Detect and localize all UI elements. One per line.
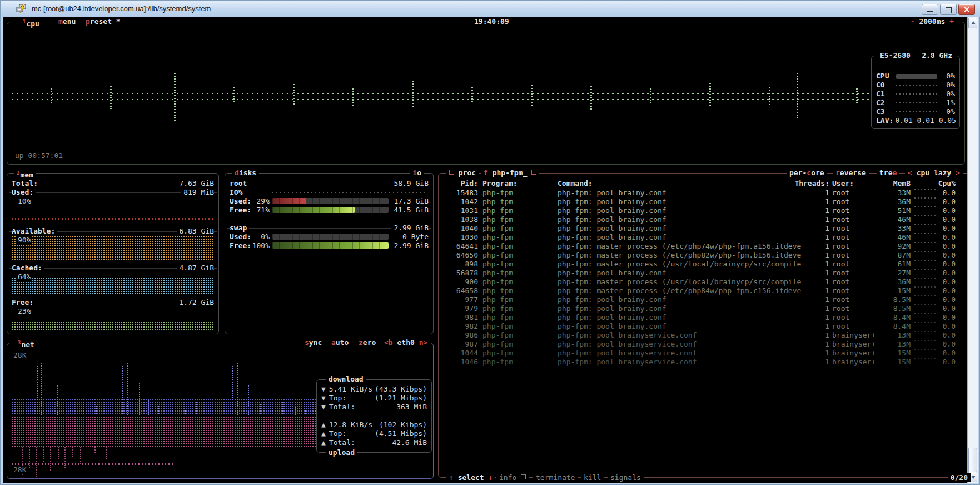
download-graph-spike: [138, 382, 141, 415]
sort-selector: < cpu lazy >: [905, 169, 963, 177]
terminate-button[interactable]: terminate: [533, 473, 578, 482]
disk-used-meter: [272, 234, 389, 240]
cpu-graph-spike: [110, 86, 112, 109]
scroll-up-key: ↑: [449, 473, 454, 482]
mem-cached-graph: [12, 277, 214, 295]
download-graph-spike: [282, 401, 284, 415]
process-row[interactable]: 15483php-fpmphp-fpm: pool brainy.conf1ro…: [439, 189, 976, 197]
process-row[interactable]: 982php-fpmphp-fpm: pool brainy.conf1root…: [439, 322, 976, 331]
interface-prev-button[interactable]: <b: [384, 338, 393, 347]
signals-button[interactable]: signals: [608, 473, 644, 482]
net-box-number: 3: [18, 340, 21, 345]
download-title: download: [326, 375, 366, 384]
arrow-up-icon: [971, 21, 976, 24]
interval-decrease-button[interactable]: -: [911, 17, 915, 26]
window-title: mc [root@ub24.itdeveloper.com.ua]:/lib/s…: [32, 4, 211, 13]
upload-graph-spike: [64, 447, 66, 468]
preset-button[interactable]: preset *: [83, 17, 123, 26]
process-row[interactable]: 64658php-fpmphp-fpm: master process (/et…: [439, 286, 976, 295]
process-row[interactable]: 1030php-fpmphp-fpm: pool brainy.conf1roo…: [439, 233, 976, 242]
interface-next-button[interactable]: n>: [419, 338, 428, 347]
maximize-button[interactable]: [940, 4, 957, 15]
cpu-graph-spike: [856, 88, 858, 103]
mem-used-graph: [12, 218, 214, 220]
cpu-graph-spike: [174, 73, 176, 123]
minimize-button[interactable]: [922, 4, 938, 15]
maximize-icon: [946, 7, 952, 13]
scroll-up-button[interactable]: [968, 18, 977, 28]
process-row[interactable]: 56878php-fpmphp-fpm: pool brainy.conf1ro…: [439, 269, 976, 278]
per-core-button[interactable]: per-core: [787, 169, 827, 177]
upload-arrow-icon: ▲: [321, 429, 326, 438]
download-graph-spike: [294, 407, 296, 415]
mem-cached-row: Cached:4.87 GiB: [7, 264, 218, 273]
process-row[interactable]: 986php-fpmphp-fpm: pool brainyservice.co…: [439, 331, 976, 340]
proc-filter-field[interactable]: f php-fpm_: [481, 169, 539, 177]
upload-graph-spike: [35, 447, 37, 477]
download-graph-spike: [147, 400, 150, 415]
cpu-graph-spike: [531, 85, 533, 106]
kill-button[interactable]: kill: [581, 473, 604, 482]
proc-box-title: proc: [446, 169, 479, 177]
proc-collapse-icon[interactable]: [449, 170, 454, 175]
filter-clear-icon[interactable]: [531, 170, 536, 175]
cpu-graph-spike: [352, 88, 354, 107]
disk-root-free-row: Free: 71% 41.5 GiB: [225, 206, 433, 215]
download-graph-spike: [260, 403, 262, 415]
disk-swap-row: swap2.99 GiB: [225, 224, 433, 232]
process-row[interactable]: 1044php-fpmphp-fpm: pool brainyservice.c…: [439, 349, 976, 358]
process-row[interactable]: 64641php-fpmphp-fpm: master process (/et…: [439, 242, 976, 251]
process-row[interactable]: 64650php-fpmphp-fpm: master process (/et…: [439, 251, 976, 260]
minimize-icon: [927, 11, 933, 12]
net-sync-button[interactable]: sync: [302, 338, 325, 347]
reverse-button[interactable]: reverse: [833, 169, 869, 177]
sort-next-button[interactable]: >: [956, 169, 960, 177]
cpu-model-label: E5-2680: [877, 51, 913, 60]
cpu-usage-graph: [12, 22, 960, 164]
net-scale-top: 28K: [12, 351, 28, 360]
download-speed-row: ▼5.41 KiB/s(43.3 Kibps): [321, 385, 427, 394]
core-row: C30%: [872, 107, 959, 116]
net-graph: [12, 343, 319, 475]
scrollbar[interactable]: [967, 17, 978, 483]
cpu-frequency-label: 2.8 GHz: [919, 51, 955, 60]
scrollbar-thumb[interactable]: [968, 448, 977, 472]
download-graph-spike: [232, 365, 234, 415]
interval-increase-button[interactable]: +: [949, 17, 954, 26]
mem-box: 2mem Total:7.63 GiB Used:819 MiB 10% Ava…: [7, 173, 219, 334]
upload-graph-spike: [43, 447, 45, 462]
mem-box-number: 2: [17, 170, 19, 176]
upload-arrow-icon: ▲: [321, 420, 326, 429]
window-titlebar[interactable]: mc [root@ub24.itdeveloper.com.ua]:/lib/s…: [1, 1, 980, 17]
net-auto-button[interactable]: auto: [329, 338, 351, 347]
mem-free-row: Free:1.72 GiB: [7, 298, 218, 307]
select-control[interactable]: ↑ select ↓: [446, 473, 495, 482]
download-graph-spike: [36, 365, 38, 415]
net-zero-button[interactable]: zero: [356, 338, 379, 347]
process-row[interactable]: 977php-fpmphp-fpm: pool brainy.conf1root…: [439, 295, 976, 304]
sort-prev-button[interactable]: <: [908, 169, 912, 177]
screenshot-stage: mc [root@ub24.itdeveloper.com.ua]:/lib/s…: [0, 0, 980, 485]
download-graph-spike: [184, 410, 186, 415]
clock: 19:40:09: [471, 17, 512, 26]
download-arrow-icon: ▼: [321, 403, 326, 411]
process-row[interactable]: 1040php-fpmphp-fpm: pool brainy.conf1roo…: [439, 224, 976, 233]
download-graph-spike: [126, 363, 128, 415]
tree-button[interactable]: tree: [877, 169, 899, 177]
cpu-box: 1cpu menu preset * 19:40:09 - 2000ms + E…: [7, 22, 965, 165]
process-row[interactable]: 987php-fpmphp-fpm: pool brainyservice.co…: [439, 340, 976, 349]
process-row[interactable]: 981php-fpmphp-fpm: pool brainy.conf1root…: [439, 313, 976, 322]
process-row[interactable]: 1046php-fpmphp-fpm: pool brainyservice.c…: [439, 358, 976, 367]
info-button[interactable]: info: [496, 473, 529, 482]
process-row[interactable]: 1031php-fpmphp-fpm: pool brainy.conf1roo…: [439, 206, 976, 215]
download-graph-spike: [272, 408, 274, 415]
download-graph-spike: [195, 401, 197, 415]
process-row[interactable]: 1042php-fpmphp-fpm: pool brainy.conf1roo…: [439, 197, 976, 206]
disks-io-button[interactable]: disksio: [410, 169, 424, 177]
process-row[interactable]: 900php-fpmphp-fpm: master process (/usr/…: [439, 278, 976, 286]
menu-button[interactable]: menu: [56, 17, 78, 26]
process-row[interactable]: 979php-fpmphp-fpm: pool brainy.conf1root…: [439, 304, 976, 313]
process-row[interactable]: 898php-fpmphp-fpm: master process (/usr/…: [439, 260, 976, 269]
process-row[interactable]: 1038php-fpmphp-fpm: pool brainy.conf1roo…: [439, 215, 976, 224]
close-button[interactable]: [958, 4, 975, 15]
